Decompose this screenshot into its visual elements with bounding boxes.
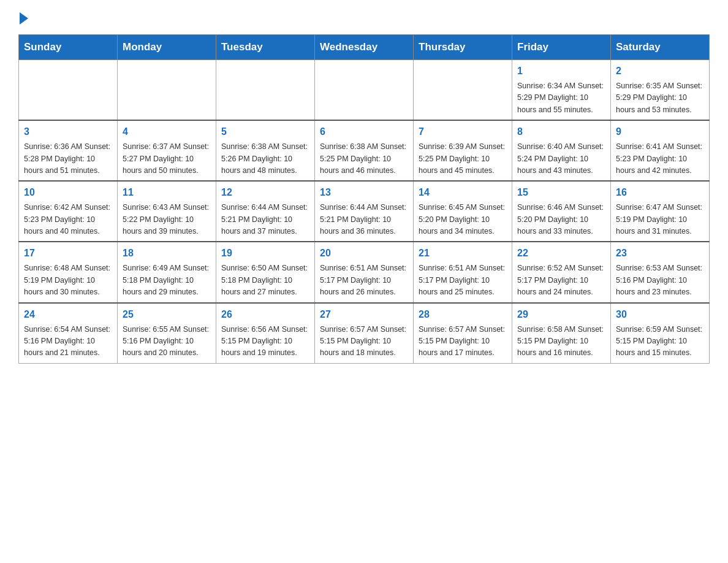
calendar-cell: 15Sunrise: 6:46 AM Sunset: 5:20 PM Dayli…: [512, 181, 611, 242]
day-number: 30: [616, 307, 704, 322]
day-info: Sunrise: 6:45 AM Sunset: 5:20 PM Dayligh…: [419, 202, 507, 237]
day-info: Sunrise: 6:53 AM Sunset: 5:16 PM Dayligh…: [616, 262, 704, 298]
day-number: 21: [419, 246, 507, 261]
day-number: 14: [419, 185, 507, 200]
day-info: Sunrise: 6:58 AM Sunset: 5:15 PM Dayligh…: [517, 324, 605, 359]
day-info: Sunrise: 6:35 AM Sunset: 5:29 PM Dayligh…: [616, 80, 704, 116]
col-header-saturday: Saturday: [611, 35, 710, 60]
col-header-friday: Friday: [512, 35, 611, 60]
day-info: Sunrise: 6:38 AM Sunset: 5:25 PM Dayligh…: [320, 141, 408, 177]
day-number: 4: [123, 124, 211, 139]
week-row-3: 10Sunrise: 6:42 AM Sunset: 5:23 PM Dayli…: [19, 181, 710, 242]
day-number: 27: [320, 307, 408, 322]
day-number: 26: [221, 307, 309, 322]
day-number: 12: [221, 185, 309, 200]
calendar-cell: 22Sunrise: 6:52 AM Sunset: 5:17 PM Dayli…: [512, 242, 611, 302]
day-number: 15: [517, 185, 605, 200]
day-info: Sunrise: 6:51 AM Sunset: 5:17 PM Dayligh…: [320, 262, 408, 298]
day-info: Sunrise: 6:56 AM Sunset: 5:15 PM Dayligh…: [221, 324, 309, 359]
calendar-header-row: SundayMondayTuesdayWednesdayThursdayFrid…: [19, 35, 710, 60]
calendar-cell: 12Sunrise: 6:44 AM Sunset: 5:21 PM Dayli…: [216, 181, 315, 242]
day-number: 20: [320, 246, 408, 261]
day-info: Sunrise: 6:43 AM Sunset: 5:22 PM Dayligh…: [123, 202, 211, 237]
calendar-cell: 6Sunrise: 6:38 AM Sunset: 5:25 PM Daylig…: [315, 120, 414, 181]
day-info: Sunrise: 6:48 AM Sunset: 5:19 PM Dayligh…: [24, 262, 112, 298]
day-number: 2: [616, 64, 704, 79]
day-number: 24: [24, 307, 112, 322]
calendar-cell: [118, 60, 216, 121]
day-info: Sunrise: 6:44 AM Sunset: 5:21 PM Dayligh…: [221, 202, 309, 237]
calendar-cell: 25Sunrise: 6:55 AM Sunset: 5:16 PM Dayli…: [118, 303, 216, 364]
day-number: 1: [517, 64, 605, 79]
calendar-cell: 9Sunrise: 6:41 AM Sunset: 5:23 PM Daylig…: [611, 120, 710, 181]
week-row-5: 24Sunrise: 6:54 AM Sunset: 5:16 PM Dayli…: [19, 303, 710, 364]
day-info: Sunrise: 6:40 AM Sunset: 5:24 PM Dayligh…: [517, 141, 605, 177]
col-header-wednesday: Wednesday: [315, 35, 414, 60]
day-info: Sunrise: 6:37 AM Sunset: 5:27 PM Dayligh…: [123, 141, 211, 177]
week-row-2: 3Sunrise: 6:36 AM Sunset: 5:28 PM Daylig…: [19, 120, 710, 181]
day-number: 17: [24, 246, 112, 261]
calendar-cell: [216, 60, 315, 121]
day-info: Sunrise: 6:42 AM Sunset: 5:23 PM Dayligh…: [24, 202, 112, 237]
day-number: 6: [320, 124, 408, 139]
day-info: Sunrise: 6:39 AM Sunset: 5:25 PM Dayligh…: [419, 141, 507, 177]
calendar-cell: 27Sunrise: 6:57 AM Sunset: 5:15 PM Dayli…: [315, 303, 414, 364]
calendar-cell: 26Sunrise: 6:56 AM Sunset: 5:15 PM Dayli…: [216, 303, 315, 364]
day-info: Sunrise: 6:47 AM Sunset: 5:19 PM Dayligh…: [616, 202, 704, 237]
day-info: Sunrise: 6:54 AM Sunset: 5:16 PM Dayligh…: [24, 324, 112, 359]
col-header-sunday: Sunday: [19, 35, 118, 60]
calendar-cell: 29Sunrise: 6:58 AM Sunset: 5:15 PM Dayli…: [512, 303, 611, 364]
calendar-cell: 21Sunrise: 6:51 AM Sunset: 5:17 PM Dayli…: [414, 242, 512, 302]
calendar-cell: 18Sunrise: 6:49 AM Sunset: 5:18 PM Dayli…: [118, 242, 216, 302]
calendar-cell: 24Sunrise: 6:54 AM Sunset: 5:16 PM Dayli…: [19, 303, 118, 364]
calendar-cell: 2Sunrise: 6:35 AM Sunset: 5:29 PM Daylig…: [611, 60, 710, 121]
calendar-cell: 3Sunrise: 6:36 AM Sunset: 5:28 PM Daylig…: [19, 120, 118, 181]
calendar-cell: [19, 60, 118, 121]
day-number: 9: [616, 124, 704, 139]
calendar-cell: 11Sunrise: 6:43 AM Sunset: 5:22 PM Dayli…: [118, 181, 216, 242]
col-header-monday: Monday: [118, 35, 216, 60]
day-number: 8: [517, 124, 605, 139]
calendar-cell: 7Sunrise: 6:39 AM Sunset: 5:25 PM Daylig…: [414, 120, 512, 181]
day-number: 5: [221, 124, 309, 139]
calendar-cell: [315, 60, 414, 121]
calendar-table: SundayMondayTuesdayWednesdayThursdayFrid…: [18, 34, 710, 364]
calendar-cell: 23Sunrise: 6:53 AM Sunset: 5:16 PM Dayli…: [611, 242, 710, 302]
day-number: 10: [24, 185, 112, 200]
day-info: Sunrise: 6:44 AM Sunset: 5:21 PM Dayligh…: [320, 202, 408, 237]
day-info: Sunrise: 6:52 AM Sunset: 5:17 PM Dayligh…: [517, 262, 605, 298]
day-number: 25: [123, 307, 211, 322]
day-number: 3: [24, 124, 112, 139]
day-info: Sunrise: 6:46 AM Sunset: 5:20 PM Dayligh…: [517, 202, 605, 237]
day-number: 22: [517, 246, 605, 261]
day-number: 16: [616, 185, 704, 200]
day-number: 18: [123, 246, 211, 261]
logo: [18, 12, 28, 22]
logo-arrow-icon: [20, 12, 28, 25]
day-number: 13: [320, 185, 408, 200]
day-info: Sunrise: 6:57 AM Sunset: 5:15 PM Dayligh…: [320, 324, 408, 359]
page-header: [18, 12, 710, 22]
calendar-cell: 14Sunrise: 6:45 AM Sunset: 5:20 PM Dayli…: [414, 181, 512, 242]
day-number: 29: [517, 307, 605, 322]
calendar-cell: 4Sunrise: 6:37 AM Sunset: 5:27 PM Daylig…: [118, 120, 216, 181]
calendar-cell: 8Sunrise: 6:40 AM Sunset: 5:24 PM Daylig…: [512, 120, 611, 181]
calendar-cell: 28Sunrise: 6:57 AM Sunset: 5:15 PM Dayli…: [414, 303, 512, 364]
calendar-cell: 17Sunrise: 6:48 AM Sunset: 5:19 PM Dayli…: [19, 242, 118, 302]
day-number: 28: [419, 307, 507, 322]
col-header-thursday: Thursday: [414, 35, 512, 60]
day-number: 11: [123, 185, 211, 200]
day-info: Sunrise: 6:49 AM Sunset: 5:18 PM Dayligh…: [123, 262, 211, 298]
calendar-cell: 10Sunrise: 6:42 AM Sunset: 5:23 PM Dayli…: [19, 181, 118, 242]
week-row-1: 1Sunrise: 6:34 AM Sunset: 5:29 PM Daylig…: [19, 60, 710, 121]
day-info: Sunrise: 6:38 AM Sunset: 5:26 PM Dayligh…: [221, 141, 309, 177]
day-info: Sunrise: 6:36 AM Sunset: 5:28 PM Dayligh…: [24, 141, 112, 177]
calendar-cell: 5Sunrise: 6:38 AM Sunset: 5:26 PM Daylig…: [216, 120, 315, 181]
day-info: Sunrise: 6:50 AM Sunset: 5:18 PM Dayligh…: [221, 262, 309, 298]
col-header-tuesday: Tuesday: [216, 35, 315, 60]
calendar-cell: [414, 60, 512, 121]
day-info: Sunrise: 6:59 AM Sunset: 5:15 PM Dayligh…: [616, 324, 704, 359]
calendar-cell: 20Sunrise: 6:51 AM Sunset: 5:17 PM Dayli…: [315, 242, 414, 302]
day-info: Sunrise: 6:57 AM Sunset: 5:15 PM Dayligh…: [419, 324, 507, 359]
day-number: 19: [221, 246, 309, 261]
